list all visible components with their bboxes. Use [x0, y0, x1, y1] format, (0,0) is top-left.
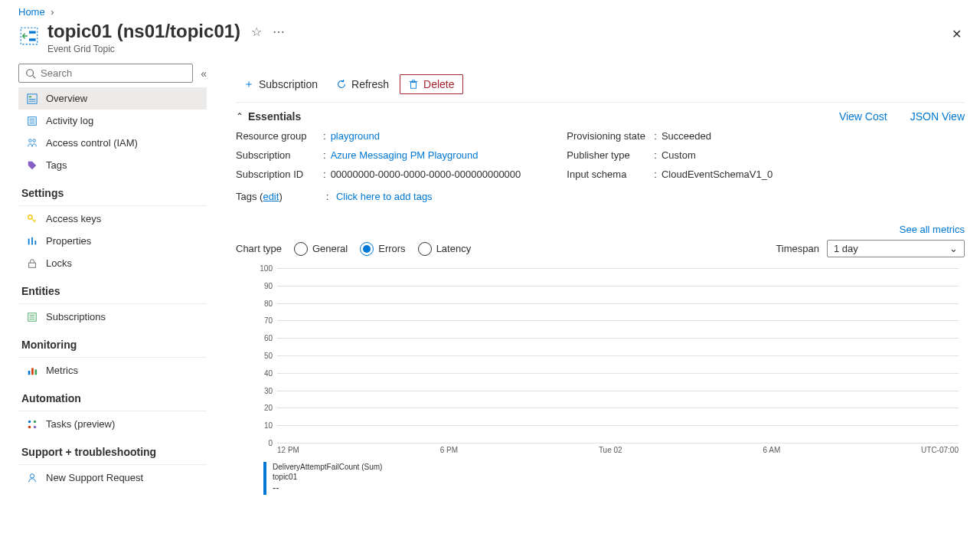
svg-rect-6: [29, 96, 32, 97]
search-icon: [25, 68, 36, 79]
more-actions-icon[interactable]: ⋯: [273, 25, 285, 39]
sidebar-section-settings: Settings: [18, 176, 207, 204]
support-icon: [26, 473, 38, 483]
timespan-label: Timespan: [776, 243, 819, 254]
sidebar-item-label: Overview: [46, 93, 87, 104]
tags-label: Tags (edit): [236, 191, 323, 202]
sidebar-item-access-control[interactable]: Access control (IAM): [18, 132, 207, 154]
delete-icon: [408, 79, 419, 90]
sidebar-item-properties[interactable]: Properties: [18, 230, 207, 252]
search-input[interactable]: [41, 67, 186, 79]
tasks-icon: [26, 419, 38, 430]
sidebar-item-label: Access keys: [46, 213, 101, 224]
sidebar-item-label: Access control (IAM): [46, 137, 138, 149]
access-control-icon: [26, 138, 38, 149]
sidebar-item-label: New Support Request: [46, 472, 143, 483]
svg-line-4: [33, 75, 36, 78]
svg-rect-1: [29, 31, 36, 34]
favorite-star-icon[interactable]: ☆: [251, 25, 262, 39]
subscription-button[interactable]: ＋ Subscription: [236, 74, 325, 94]
provisioning-value: Succeeded: [662, 130, 711, 142]
refresh-icon: [336, 79, 347, 90]
delete-button[interactable]: Delete: [400, 74, 462, 94]
svg-line-17: [34, 219, 36, 221]
page-title: topic01 (ns01/topic01): [47, 21, 240, 42]
radio-general[interactable]: General: [294, 242, 348, 256]
subscription-label: Subscription: [236, 149, 323, 161]
subscription-id-value: 00000000-0000-0000-0000-000000000000: [331, 169, 521, 180]
refresh-button[interactable]: Refresh: [328, 75, 397, 93]
svg-rect-26: [28, 371, 31, 375]
sidebar-item-tags[interactable]: Tags: [18, 154, 207, 176]
overview-icon: [26, 93, 38, 104]
svg-rect-2: [29, 38, 36, 41]
chevron-right-icon: ›: [51, 6, 54, 18]
radio-errors[interactable]: Errors: [360, 242, 405, 256]
sidebar-section-monitoring: Monitoring: [18, 328, 207, 355]
svg-point-33: [30, 473, 34, 477]
chart: 1009080706050403020100 12 PM6 PMTue 026 …: [236, 268, 965, 495]
publisher-value: Custom: [662, 149, 696, 161]
sidebar-item-activity-log[interactable]: Activity log: [18, 110, 207, 132]
schema-value: CloudEventSchemaV1_0: [662, 169, 773, 180]
essentials-toggle[interactable]: ⌃ Essentials: [236, 110, 301, 123]
svg-point-3: [27, 69, 34, 76]
sidebar-search[interactable]: [18, 64, 193, 83]
page-subtitle: Event Grid Topic: [47, 44, 952, 54]
sidebar-item-overview[interactable]: Overview: [18, 87, 207, 110]
schema-label: Input schema: [567, 169, 654, 180]
resource-group-label: Resource group: [236, 130, 323, 142]
svg-rect-8: [29, 100, 36, 101]
sidebar-item-label: Activity log: [46, 115, 93, 126]
subscription-id-label: Subscription ID: [236, 169, 323, 180]
close-icon[interactable]: ✕: [952, 27, 962, 41]
sidebar-item-metrics[interactable]: Metrics: [18, 359, 207, 381]
collapse-sidebar-icon[interactable]: «: [201, 67, 207, 80]
metrics-icon: [26, 365, 38, 376]
breadcrumb-home[interactable]: Home: [18, 6, 45, 18]
sidebar-item-label: Properties: [46, 235, 91, 247]
view-cost-link[interactable]: View Cost: [839, 110, 887, 123]
sidebar-item-label: Subscriptions: [46, 311, 106, 322]
breadcrumb: Home ›: [0, 0, 980, 21]
svg-rect-7: [29, 99, 36, 100]
chevron-down-icon: ⌄: [949, 243, 958, 254]
see-all-metrics-link[interactable]: See all metrics: [900, 224, 965, 235]
sidebar-item-tasks[interactable]: Tasks (preview): [18, 413, 207, 435]
legend-value: --: [273, 482, 382, 495]
svg-rect-28: [35, 369, 38, 375]
svg-point-30: [34, 420, 37, 423]
subscription-link[interactable]: Azure Messaging PM Playground: [331, 149, 479, 161]
sidebar-section-automation: Automation: [18, 381, 207, 409]
svg-point-14: [33, 139, 36, 142]
key-icon: [26, 214, 38, 224]
timespan-dropdown[interactable]: 1 day ⌄: [827, 240, 965, 257]
radio-latency[interactable]: Latency: [418, 242, 472, 256]
svg-point-32: [34, 425, 37, 428]
sidebar-item-label: Tasks (preview): [46, 418, 115, 430]
chart-legend: DeliveryAttemptFailCount (Sum) topic01 -…: [263, 462, 965, 495]
tags-edit-link[interactable]: edit: [263, 191, 279, 202]
sidebar-item-new-support[interactable]: New Support Request: [18, 467, 207, 489]
properties-icon: [26, 236, 38, 247]
svg-rect-21: [29, 263, 36, 267]
publisher-label: Publisher type: [567, 149, 654, 161]
json-view-link[interactable]: JSON View: [910, 110, 965, 123]
plus-icon: ＋: [243, 77, 254, 91]
svg-point-13: [29, 139, 32, 142]
svg-point-29: [28, 420, 31, 423]
provisioning-label: Provisioning state: [567, 130, 654, 142]
chevron-up-icon: ⌃: [236, 111, 243, 122]
resource-group-link[interactable]: playground: [331, 130, 380, 142]
svg-rect-27: [31, 368, 34, 375]
add-tags-link[interactable]: Click here to add tags: [336, 191, 433, 202]
legend-resource: topic01: [273, 472, 382, 482]
sidebar-item-access-keys[interactable]: Access keys: [18, 208, 207, 230]
sidebar-section-entities: Entities: [18, 274, 207, 302]
sidebar-item-subscriptions[interactable]: Subscriptions: [18, 306, 207, 328]
subscriptions-icon: [26, 312, 38, 322]
sidebar-item-label: Locks: [46, 257, 72, 269]
sidebar-item-locks[interactable]: Locks: [18, 252, 207, 274]
tags-icon: [26, 160, 38, 171]
svg-point-31: [28, 425, 31, 428]
